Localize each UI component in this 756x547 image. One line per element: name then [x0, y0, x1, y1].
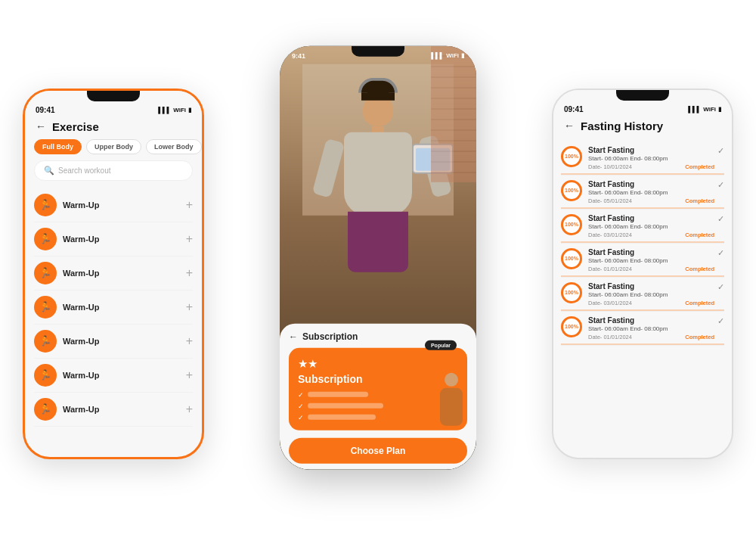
sub-stars: ★★ [298, 356, 458, 370]
dynamic-island-right [616, 90, 669, 101]
right-wifi-icon: WiFi [703, 106, 716, 113]
fasting-item-6[interactable]: 100% Start Fasting Start- 06:00am End- 0… [561, 312, 724, 346]
card-person [432, 372, 470, 433]
fasting-date-6: Date- 01/01/2024 [588, 334, 632, 340]
check-icon-2: ✓ [298, 402, 304, 409]
workout-list: 🏃 Warm-Up + 🏃 Warm-Up + 🏃 Warm-Up + 🏃 Wa… [25, 188, 202, 427]
person-legs [348, 211, 408, 272]
choose-plan-button[interactable]: Choose Plan [289, 437, 467, 463]
fasting-date-row-4: Date- 01/01/2024 Completed [588, 266, 714, 272]
workout-item-3[interactable]: 🏃 Warm-Up + [34, 256, 193, 291]
phone-left: 09:41 ▌▌▌ WiFi ▮ ← Exercise Full Body Up… [23, 89, 204, 459]
fasting-item-5[interactable]: 100% Start Fasting Start- 06:00am End- 0… [561, 278, 724, 312]
fasting-status-1: Completed [685, 163, 714, 170]
fasting-date-row-3: Date- 03/01/2024 Completed [588, 232, 714, 238]
workout-name-4: Warm-Up [63, 303, 186, 312]
chip-lower-body[interactable]: Lower Body [146, 139, 202, 154]
back-button-left[interactable]: ← [36, 120, 46, 132]
fasting-info-5: Start Fasting Start- 06:00am End- 08:00p… [588, 282, 714, 306]
workout-icon-1: 🏃 [34, 194, 57, 216]
right-battery-icon: ▮ [718, 106, 721, 113]
fasting-info-3: Start Fasting Start- 06:00am End- 08:00p… [588, 214, 714, 238]
card-person-head [445, 372, 458, 386]
workout-name-5: Warm-Up [63, 337, 186, 346]
exercise-title: Exercise [52, 120, 99, 133]
add-workout-1[interactable]: + [186, 198, 193, 212]
chip-full-body[interactable]: Full Body [34, 139, 82, 154]
search-icon: 🔍 [44, 166, 54, 176]
fasting-list: 100% Start Fasting Start- 06:00am End- 0… [553, 138, 732, 349]
fasting-item-4[interactable]: 100% Start Fasting Start- 06:00am End- 0… [561, 244, 724, 278]
right-status-bar: 09:41 ▌▌▌ WiFi ▮ [553, 101, 732, 115]
subscription-header-title: Subscription [302, 331, 358, 341]
workout-item-2[interactable]: 🏃 Warm-Up + [34, 222, 193, 256]
chip-upper-body[interactable]: Upper Body [86, 139, 141, 154]
fasting-info-6: Start Fasting Start- 06:00am End- 08:00p… [588, 316, 714, 340]
brick-wall [431, 45, 476, 182]
middle-battery: ▮ [461, 52, 464, 59]
progress-value-3: 100% [565, 222, 578, 227]
add-workout-2[interactable]: + [186, 232, 193, 246]
fasting-status-2: Completed [685, 197, 714, 204]
fasting-status-4: Completed [685, 266, 714, 272]
fasting-status-5: Completed [685, 300, 714, 306]
fasting-history-title: Fasting History [581, 120, 663, 132]
fasting-title-4: Start Fasting [588, 248, 714, 256]
left-header: ← Exercise [25, 116, 202, 139]
dynamic-island-left [87, 91, 140, 101]
right-notch-area [553, 90, 732, 101]
fasting-date-1: Date- 10/01/2024 [588, 163, 632, 170]
middle-signal: ▌▌▌ [431, 52, 444, 59]
progress-circle-5: 100% [561, 282, 582, 303]
fasting-date-row-2: Date- 05/01/2024 Completed [588, 197, 714, 204]
feature-line-3 [308, 415, 376, 420]
fasting-time-6: Start- 06:00am End- 08:00pm [588, 325, 714, 332]
check-mark-2: ✓ [717, 180, 724, 190]
back-button-right[interactable]: ← [564, 120, 575, 132]
fasting-status-3: Completed [685, 232, 714, 238]
fasting-title-1: Start Fasting [588, 146, 714, 154]
add-workout-3[interactable]: + [186, 266, 193, 280]
fasting-status-6: Completed [685, 334, 714, 340]
workout-name-7: Warm-Up [63, 405, 186, 414]
workout-item-4[interactable]: 🏃 Warm-Up + [34, 291, 193, 325]
workout-item-5[interactable]: 🏃 Warm-Up + [34, 325, 193, 359]
phone-middle-bg: 9:41 ▌▌▌ WiFi ▮ [280, 45, 476, 469]
workout-name-3: Warm-Up [63, 269, 186, 278]
workout-item-1[interactable]: 🏃 Warm-Up + [34, 188, 193, 222]
add-workout-4[interactable]: + [186, 300, 193, 314]
workout-name-2: Warm-Up [63, 235, 186, 244]
workout-item-7[interactable]: 🏃 Warm-Up + [34, 393, 193, 427]
search-placeholder: Search workout [58, 166, 110, 175]
workout-icon-2: 🏃 [34, 228, 57, 250]
progress-circle-1: 100% [561, 146, 582, 167]
fasting-date-2: Date- 05/01/2024 [588, 197, 632, 204]
workout-icon-4: 🏃 [34, 296, 57, 319]
progress-circle-4: 100% [561, 248, 582, 269]
search-bar[interactable]: 🔍 Search workout [34, 160, 193, 181]
fasting-date-row-1: Date- 10/01/2024 Completed [588, 163, 714, 170]
sub-back-button[interactable]: ← [289, 331, 298, 341]
fasting-time-5: Start- 06:00am End- 08:00pm [588, 291, 714, 298]
phones-container: 09:41 ▌▌▌ WiFi ▮ ← Exercise Full Body Up… [0, 0, 756, 547]
right-signal-icon: ▌▌▌ [688, 106, 701, 113]
check-mark-6: ✓ [717, 316, 724, 326]
fasting-title-2: Start Fasting [588, 180, 714, 188]
add-workout-6[interactable]: + [186, 368, 193, 382]
workout-icon-7: 🏃 [34, 398, 57, 421]
check-icon-3: ✓ [298, 413, 304, 421]
add-workout-7[interactable]: + [186, 402, 193, 416]
fasting-item-2[interactable]: 100% Start Fasting Start- 06:00am End- 0… [561, 176, 724, 210]
fasting-info-1: Start Fasting Start- 06:00am End- 08:00p… [588, 146, 714, 170]
right-time: 09:41 [564, 105, 584, 113]
fasting-item-1[interactable]: 100% Start Fasting Start- 06:00am End- 0… [561, 141, 724, 176]
check-mark-3: ✓ [717, 214, 724, 224]
progress-value-1: 100% [565, 154, 578, 159]
fasting-item-3[interactable]: 100% Start Fasting Start- 06:00am End- 0… [561, 210, 724, 244]
fasting-time-1: Start- 06:00am End- 08:00pm [588, 155, 714, 162]
fasting-title-5: Start Fasting [588, 282, 714, 291]
left-status-bar: 09:41 ▌▌▌ WiFi ▮ [25, 101, 202, 116]
workout-item-6[interactable]: 🏃 Warm-Up + [34, 359, 193, 393]
add-workout-5[interactable]: + [186, 334, 193, 348]
right-status-icons: ▌▌▌ WiFi ▮ [688, 106, 721, 113]
